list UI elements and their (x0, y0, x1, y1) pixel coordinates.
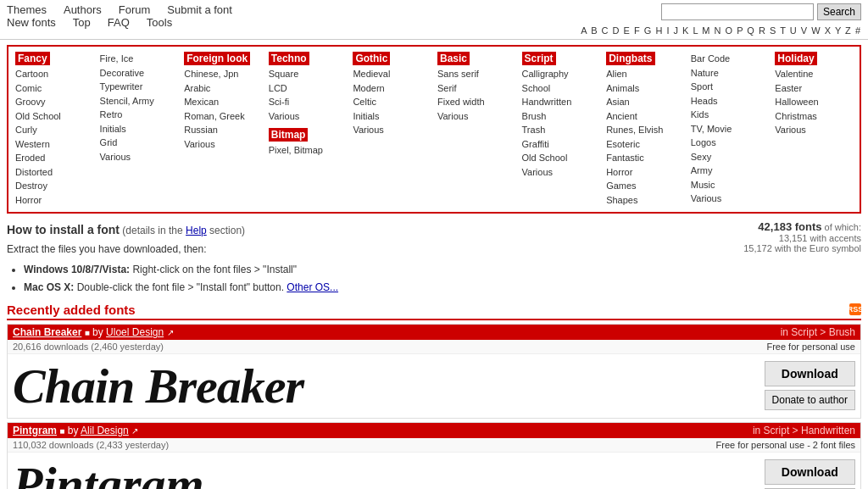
alpha-hash[interactable]: # (855, 25, 861, 36)
other-os-link[interactable]: Other OS... (287, 281, 338, 293)
cat-link[interactable]: Runes, Elvish (606, 123, 684, 137)
cat-link[interactable]: Calligraphy (522, 67, 600, 81)
cat-link[interactable]: Ancient (606, 109, 684, 124)
cat-link[interactable]: Old School (522, 151, 600, 165)
cat-link[interactable]: Various (691, 192, 769, 206)
alpha-a[interactable]: A (581, 25, 587, 36)
alpha-w[interactable]: W (811, 25, 821, 36)
alpha-h[interactable]: H (655, 25, 663, 36)
cat-link[interactable]: Horror (606, 165, 684, 180)
cat-link[interactable]: Logos (691, 136, 769, 150)
cat-link[interactable]: Russian (184, 123, 262, 137)
alpha-y[interactable]: Y (835, 25, 842, 36)
nav-faq[interactable]: FAQ (108, 16, 130, 29)
cat-link[interactable]: Fixed width (437, 95, 515, 109)
cat-link[interactable]: Arabic (184, 81, 262, 96)
cat-link-distorted[interactable]: Distorted (15, 165, 93, 180)
cat-link[interactable]: Valentine (775, 67, 853, 81)
cat-link[interactable]: Asian (606, 95, 684, 109)
cat-link[interactable]: School (522, 81, 600, 96)
cat-link[interactable]: Destroy (15, 179, 93, 193)
cat-link[interactable]: Music (691, 178, 769, 192)
nav-top[interactable]: Top (73, 16, 91, 29)
cat-link[interactable]: Square (269, 67, 347, 81)
cat-link[interactable]: Sexy (691, 150, 769, 164)
nav-authors[interactable]: Authors (64, 3, 102, 16)
cat-link[interactable]: Roman, Greek (184, 109, 262, 124)
alpha-g[interactable]: G (644, 25, 653, 36)
alpha-l[interactable]: L (693, 25, 699, 36)
cat-link[interactable]: Handwritten (522, 95, 600, 109)
alpha-v[interactable]: V (801, 25, 808, 36)
donate-button-chain-breaker[interactable]: Donate to author (765, 390, 855, 410)
cat-link[interactable]: Modern (353, 81, 431, 96)
alpha-n[interactable]: N (715, 25, 722, 36)
download-button-chain-breaker[interactable]: Download (765, 361, 855, 386)
cat-link[interactable]: Medieval (353, 67, 431, 81)
cat-link[interactable]: TV, Movie (691, 122, 769, 136)
cat-link[interactable]: Eroded (15, 151, 93, 165)
cat-link[interactable]: Celtic (353, 95, 431, 109)
cat-link[interactable]: Games (606, 179, 684, 193)
cat-link[interactable]: Bar Code (691, 52, 769, 66)
cat-link[interactable]: Stencil, Army (100, 94, 178, 108)
cat-link[interactable]: Various (353, 123, 431, 137)
cat-link[interactable]: Heads (691, 94, 769, 108)
cat-link[interactable]: Alien (606, 67, 684, 81)
alpha-r[interactable]: R (759, 25, 766, 36)
cat-link[interactable]: Cartoon (15, 67, 93, 81)
alpha-b[interactable]: B (591, 25, 598, 36)
cat-link[interactable]: Halloween (775, 95, 853, 109)
cat-link[interactable]: Fire, Ice (100, 52, 178, 66)
cat-link-curly[interactable]: Curly (15, 123, 93, 137)
cat-link[interactable]: Chinese, Jpn (184, 67, 262, 81)
rss-icon[interactable]: RSS (849, 303, 861, 315)
alpha-p[interactable]: P (737, 25, 743, 36)
cat-link[interactable]: Serif (437, 81, 515, 96)
cat-link[interactable]: Shapes (606, 193, 684, 208)
cat-link[interactable]: Christmas (775, 109, 853, 124)
alpha-s[interactable]: S (770, 25, 776, 36)
nav-forum[interactable]: Forum (119, 3, 151, 16)
cat-link[interactable]: Typewriter (100, 80, 178, 94)
cat-link[interactable]: Esoteric (606, 137, 684, 152)
nav-themes[interactable]: Themes (7, 3, 47, 16)
cat-link[interactable]: Kids (691, 108, 769, 122)
font-author-link-pintgram[interactable]: Alil Design (81, 425, 129, 436)
alpha-t[interactable]: T (780, 25, 787, 36)
cat-link[interactable]: Sans serif (437, 67, 515, 81)
nav-submit[interactable]: Submit a font (167, 3, 232, 16)
nav-new-fonts[interactable]: New fonts (7, 16, 56, 29)
cat-link[interactable]: Pixel, Bitmap (269, 143, 347, 158)
alpha-z[interactable]: Z (845, 25, 852, 36)
alpha-u[interactable]: U (790, 25, 798, 36)
alpha-q[interactable]: Q (747, 25, 755, 36)
font-name-link[interactable]: Chain Breaker (13, 326, 81, 338)
cat-link[interactable]: Grid (100, 136, 178, 150)
alpha-i[interactable]: I (666, 25, 670, 36)
cat-link[interactable]: Old School (15, 109, 93, 124)
alpha-o[interactable]: O (726, 25, 734, 36)
alpha-k[interactable]: K (682, 25, 689, 36)
alpha-e[interactable]: E (624, 25, 631, 36)
cat-link[interactable]: Various (522, 165, 600, 180)
cat-link[interactable]: Retro (100, 108, 178, 122)
cat-link[interactable]: Graffiti (522, 137, 600, 152)
alpha-x[interactable]: X (825, 25, 832, 36)
cat-link[interactable]: Initials (353, 109, 431, 124)
nav-tools[interactable]: Tools (147, 16, 172, 29)
cat-link[interactable]: Various (269, 109, 347, 124)
cat-link[interactable]: LCD (269, 81, 347, 96)
cat-link[interactable]: Horror (15, 193, 93, 208)
cat-link[interactable]: Western (15, 137, 93, 152)
alpha-d[interactable]: D (613, 25, 620, 36)
download-button-pintgram[interactable]: Download (765, 459, 855, 485)
cat-link[interactable]: Nature (691, 66, 769, 81)
font-name-link-pintgram[interactable]: Pintgram (13, 425, 57, 436)
search-button[interactable]: Search (817, 3, 861, 20)
cat-link[interactable]: Initials (100, 122, 178, 136)
cat-link[interactable]: Army (691, 164, 769, 178)
cat-link[interactable]: Trash (522, 123, 600, 137)
cat-link[interactable]: Easter (775, 81, 853, 96)
alpha-c[interactable]: C (602, 25, 609, 36)
